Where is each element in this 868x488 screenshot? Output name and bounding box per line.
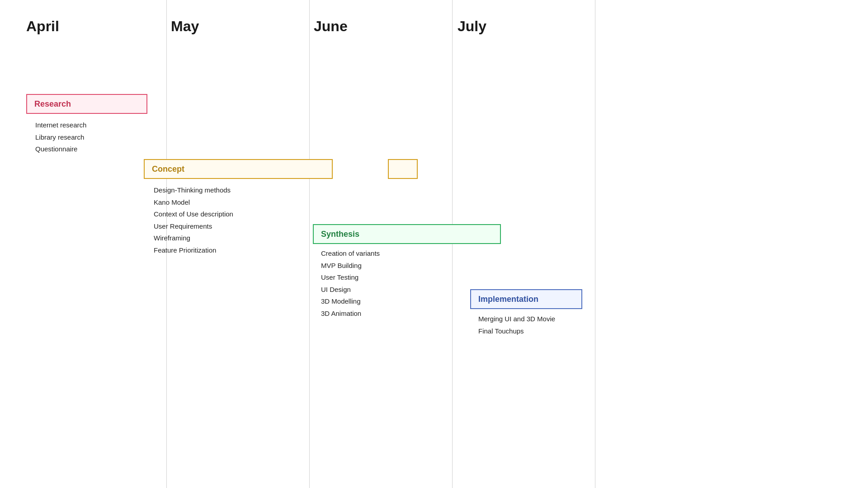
task-final-touchups: Final Touchups bbox=[478, 326, 555, 337]
research-phase-box: Research bbox=[26, 94, 147, 114]
month-june: June bbox=[314, 18, 348, 35]
task-kano-model: Kano Model bbox=[154, 197, 233, 208]
task-wireframing: Wireframing bbox=[154, 233, 233, 244]
task-user-testing: User Testing bbox=[321, 272, 380, 283]
task-library-research: Library research bbox=[35, 132, 86, 143]
divider-july-end bbox=[595, 0, 595, 488]
concept-phase-label: Concept bbox=[152, 164, 184, 174]
concept-phase-box-small bbox=[388, 159, 418, 179]
task-merging-ui: Merging UI and 3D Movie bbox=[478, 314, 555, 324]
task-ui-design: UI Design bbox=[321, 285, 380, 295]
task-creation-of-variants: Creation of variants bbox=[321, 249, 380, 259]
divider-june-july bbox=[452, 0, 453, 488]
task-user-requirements: User Requirements bbox=[154, 221, 233, 232]
task-design-thinking: Design-Thinking methods bbox=[154, 185, 233, 196]
task-mvp-building: MVP Building bbox=[321, 261, 380, 271]
task-3d-modelling: 3D Modelling bbox=[321, 296, 380, 307]
task-context-of-use: Context of Use description bbox=[154, 209, 233, 220]
synthesis-phase-box: Synthesis bbox=[313, 224, 501, 244]
task-feature-prioritization: Feature Prioritization bbox=[154, 245, 233, 256]
month-may: May bbox=[171, 18, 199, 35]
implementation-phase-label: Implementation bbox=[478, 295, 538, 304]
divider-may-june bbox=[309, 0, 310, 488]
research-task-list: Internet research Library research Quest… bbox=[35, 120, 86, 155]
concept-phase-box: Concept bbox=[144, 159, 333, 179]
task-questionnaire: Questionnaire bbox=[35, 144, 86, 155]
task-3d-animation: 3D Animation bbox=[321, 309, 380, 319]
synthesis-phase-label: Synthesis bbox=[321, 230, 359, 239]
month-april: April bbox=[26, 18, 59, 35]
implementation-task-list: Merging UI and 3D Movie Final Touchups bbox=[478, 314, 555, 336]
timeline-container: April May June July Research Internet re… bbox=[0, 0, 868, 488]
task-internet-research: Internet research bbox=[35, 120, 86, 131]
month-july: July bbox=[458, 18, 486, 35]
implementation-phase-box: Implementation bbox=[470, 289, 582, 309]
research-phase-label: Research bbox=[34, 99, 71, 109]
synthesis-task-list: Creation of variants MVP Building User T… bbox=[321, 249, 380, 319]
concept-task-list: Design-Thinking methods Kano Model Conte… bbox=[154, 185, 233, 255]
